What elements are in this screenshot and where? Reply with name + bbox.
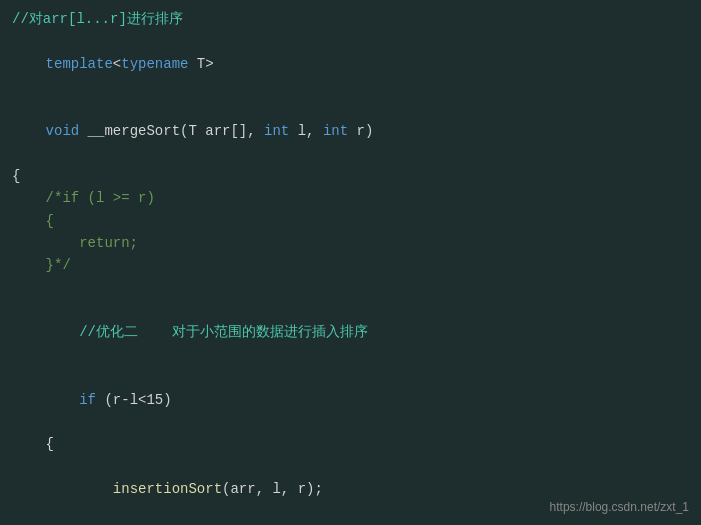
code-text: __mergeSort(T arr[], [79, 123, 264, 139]
keyword-typename: typename [121, 56, 188, 72]
keyword-if: if [79, 392, 96, 408]
code-text [46, 481, 113, 497]
keyword-int-2: int [323, 123, 348, 139]
code-line-8: }*/ [12, 254, 689, 276]
keyword-void: void [46, 123, 80, 139]
code-line-9 [12, 277, 689, 299]
code-text [46, 392, 80, 408]
code-editor: //对arr[l...r]进行排序 template<typename T> v… [0, 0, 701, 525]
code-line-6: { [12, 210, 689, 232]
code-line-5: /*if (l >= r) [12, 187, 689, 209]
code-line-11: if (r-l<15) [12, 366, 689, 433]
code-line-12: { [12, 433, 689, 455]
code-line-7: return; [12, 232, 689, 254]
code-line-4: { [12, 165, 689, 187]
code-line-2: template<typename T> [12, 30, 689, 97]
comment-optimize2: //优化二 对于小范围的数据进行插入排序 [46, 324, 368, 340]
code-line-10: //优化二 对于小范围的数据进行插入排序 [12, 299, 689, 366]
func-insertionSort: insertionSort [113, 481, 222, 497]
code-text: l, [289, 123, 323, 139]
watermark: https://blog.csdn.net/zxt_1 [550, 498, 689, 517]
code-text: (arr, l, r); [222, 481, 323, 497]
keyword-int-1: int [264, 123, 289, 139]
code-text: < [113, 56, 121, 72]
code-line-1: //对arr[l...r]进行排序 [12, 8, 689, 30]
code-line-3: void __mergeSort(T arr[], int l, int r) [12, 98, 689, 165]
code-text: r) [348, 123, 373, 139]
code-text: (r-l<15) [96, 392, 172, 408]
keyword-template: template [46, 56, 113, 72]
code-text: T> [188, 56, 213, 72]
